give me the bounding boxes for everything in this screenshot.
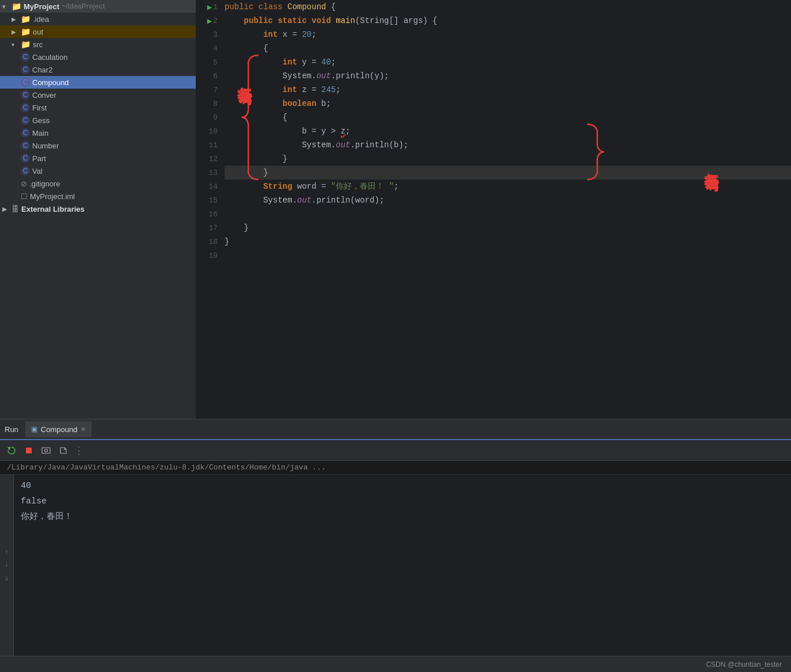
- main-label: Main: [32, 129, 48, 138]
- code-line-7: int z = 245;: [225, 83, 791, 97]
- line-num-18: 18: [196, 235, 220, 249]
- line-num-4: 4: [196, 41, 220, 55]
- expand-arrow-idea: ▶: [12, 16, 21, 22]
- gitignore-icon: ⊘: [21, 180, 27, 188]
- run-tab-compound[interactable]: ▣ Compound ✕: [25, 421, 92, 437]
- myproject-path: ~/IdeaProject: [62, 2, 105, 10]
- rerun-button[interactable]: [5, 444, 18, 457]
- sidebar-item-first[interactable]: C First: [0, 101, 196, 114]
- sidebar-item-compound[interactable]: C Compound: [0, 76, 196, 89]
- line-num-16: 16: [196, 207, 220, 221]
- bottom-panel: Run ▣ Compound ✕ ⋮ /Library/Java/JavaVir…: [0, 419, 791, 672]
- stop-button[interactable]: [22, 444, 36, 457]
- screenshot-button[interactable]: [39, 444, 53, 457]
- class-icon-val: C: [21, 166, 30, 175]
- line-num-11: 11: [196, 138, 220, 152]
- code-line-11: System.out.println(b);: [225, 138, 791, 152]
- conver-label: Conver: [32, 91, 56, 100]
- sidebar-item-myprojectiml[interactable]: ☐ MyProject.iml: [0, 190, 196, 203]
- line-num-19: 19: [196, 249, 220, 262]
- code-line-14: String word = "你好，春田！ ";: [225, 180, 791, 193]
- expand-arrow-myproject: ▾: [2, 3, 12, 10]
- run-tab-icon: ▣: [31, 425, 37, 433]
- run-arrow-2[interactable]: ▶: [207, 16, 212, 26]
- console-main: ↑ ↓ ⇓ 40 false 你好，春田！: [0, 475, 791, 656]
- scroll-down-arrow[interactable]: ↓: [4, 559, 9, 568]
- line-num-5: 5: [196, 55, 220, 69]
- code-line-5: int y = 40;: [225, 55, 791, 69]
- toolbar-separator: ⋮: [74, 444, 84, 457]
- svg-marker-0: [7, 447, 11, 450]
- class-icon-first: C: [21, 103, 30, 112]
- sidebar-item-src[interactable]: ▾ 📁 src: [0, 38, 196, 51]
- svg-rect-1: [26, 448, 32, 453]
- idea-label: .idea: [33, 15, 49, 24]
- line-num-14: 14: [196, 180, 220, 193]
- extlibs-icon: 🗄: [12, 205, 19, 213]
- scroll-up-arrow[interactable]: ↑: [4, 548, 9, 557]
- run-toolbar: ⋮: [0, 440, 791, 461]
- src-label: src: [33, 40, 43, 49]
- output-line-1: 40: [21, 481, 31, 491]
- line-num-7: 7: [196, 83, 220, 97]
- class-icon-compound: C: [21, 78, 30, 87]
- code-line-13: }: [225, 166, 791, 180]
- code-line-8: boolean b;: [225, 97, 791, 110]
- console-line-3: 你好，春田！: [21, 509, 784, 525]
- code-line-18: }: [225, 235, 791, 249]
- code-line-10: b = y > z;: [225, 124, 791, 138]
- scroll-arrows: ↑ ↓ ⇓: [0, 475, 14, 656]
- expand-arrow-src: ▾: [12, 41, 21, 48]
- sidebar-item-idea[interactable]: ▶ 📁 .idea: [0, 13, 196, 25]
- line-numbers: ▶1 ▶2 3 4 5 6 7 8 9 10 11 12 13 14 15 16…: [196, 0, 225, 419]
- bottom-footer: CSDN @chuntian_tester: [0, 656, 791, 672]
- run-tabs: Run ▣ Compound ✕: [0, 419, 791, 440]
- sidebar-item-conver[interactable]: C Conver: [0, 89, 196, 101]
- code-line-6: System.out.println(y);: [225, 69, 791, 83]
- output-line-3: 你好，春田！: [21, 512, 73, 522]
- sidebar-item-out[interactable]: ▶ 📁 out: [0, 25, 196, 38]
- console-path: /Library/Java/JavaVirtualMachines/zulu-8…: [0, 461, 791, 475]
- sidebar: ▾ 📁 MyProject ~/IdeaProject ▶ 📁 .idea ▶ …: [0, 0, 196, 419]
- sidebar-item-val[interactable]: C Val: [0, 165, 196, 177]
- iml-icon: ☐: [21, 192, 28, 201]
- class-icon-number: C: [21, 141, 30, 150]
- extlibs-label: External Libraries: [21, 205, 85, 213]
- run-tab-close[interactable]: ✕: [81, 426, 86, 433]
- code-line-19: [225, 249, 791, 262]
- code-area: public class Compound { public static vo…: [225, 0, 791, 419]
- svg-point-3: [45, 449, 48, 452]
- console-line-2: false: [21, 494, 784, 509]
- line-num-3: 3: [196, 28, 220, 41]
- footer-text: CSDN @chuntian_tester: [706, 660, 782, 669]
- caculation-label: Caculation: [32, 53, 67, 62]
- line-num-6: 6: [196, 69, 220, 83]
- code-line-1: public class Compound {: [225, 0, 791, 14]
- sidebar-item-gitignore[interactable]: ⊘ .gitignore: [0, 177, 196, 190]
- open-file-button[interactable]: [56, 444, 70, 457]
- char2-label: Char2: [32, 66, 52, 74]
- myprojectiml-label: MyProject.iml: [30, 192, 75, 201]
- sidebar-item-caculation[interactable]: C Caculation: [0, 51, 196, 63]
- line-num-1: ▶1: [196, 0, 220, 14]
- code-line-17: }: [225, 221, 791, 235]
- sidebar-item-main[interactable]: C Main: [0, 127, 196, 139]
- sidebar-item-myproject[interactable]: ▾ 📁 MyProject ~/IdeaProject: [0, 0, 196, 13]
- gess-label: Gess: [32, 116, 50, 125]
- line-num-8: 8: [196, 97, 220, 110]
- line-num-17: 17: [196, 221, 220, 235]
- folder-icon-myproject: 📁: [12, 2, 21, 11]
- sidebar-item-gess[interactable]: C Gess: [0, 114, 196, 127]
- sidebar-item-char2[interactable]: C Char2: [0, 63, 196, 76]
- sidebar-item-extlibs[interactable]: ▶ 🗄 External Libraries: [0, 203, 196, 215]
- expand-arrow-out: ▶: [12, 29, 21, 35]
- class-icon-gess: C: [21, 116, 30, 125]
- scroll-end-arrow[interactable]: ⇓: [4, 573, 9, 583]
- sidebar-item-number[interactable]: C Number: [0, 139, 196, 152]
- class-icon-conver: C: [21, 90, 30, 100]
- run-arrow-1[interactable]: ▶: [207, 2, 212, 12]
- line-num-9: 9: [196, 110, 220, 124]
- folder-icon-src: 📁: [21, 40, 31, 49]
- class-icon-main: C: [21, 128, 30, 138]
- sidebar-item-part[interactable]: C Part: [0, 152, 196, 165]
